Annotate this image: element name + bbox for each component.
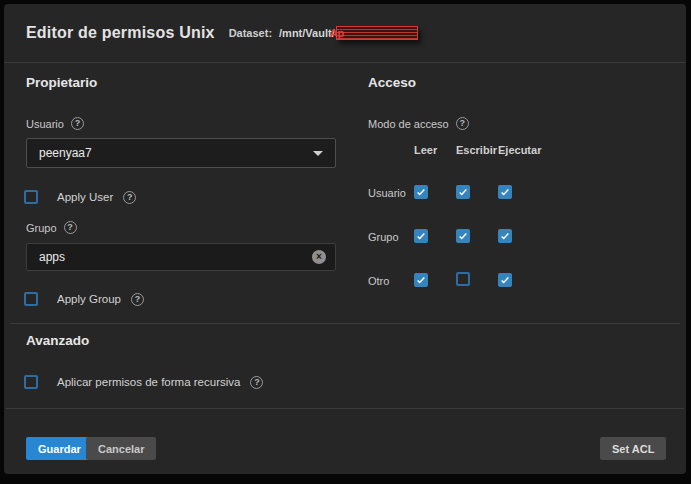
section-divider bbox=[10, 323, 680, 324]
user-execute-checkbox[interactable] bbox=[498, 185, 512, 199]
check-icon bbox=[458, 230, 468, 242]
check-icon bbox=[500, 274, 510, 286]
help-icon[interactable]: ? bbox=[250, 376, 263, 389]
group-read-checkbox[interactable] bbox=[414, 229, 428, 243]
access-mode-text: Modo de acceso bbox=[368, 118, 449, 130]
column-header-write: Escribir bbox=[456, 144, 498, 160]
apply-group-row: Apply Group ? bbox=[24, 292, 144, 306]
dataset-redaction-visible-text: Ap bbox=[330, 27, 345, 39]
row-label-group: Grupo bbox=[368, 231, 414, 243]
clear-icon[interactable]: × bbox=[312, 250, 326, 264]
set-acl-button[interactable]: Set ACL bbox=[600, 437, 666, 460]
cancel-button[interactable]: Cancelar bbox=[86, 437, 156, 460]
matrix-header: Leer Escribir Ejecutar bbox=[414, 144, 540, 160]
recursive-checkbox[interactable] bbox=[24, 375, 38, 389]
user-read-checkbox[interactable] bbox=[414, 185, 428, 199]
group-execute-checkbox[interactable] bbox=[498, 229, 512, 243]
row-label-user: Usuario bbox=[368, 187, 414, 199]
group-field-label: Grupo ? bbox=[26, 221, 77, 234]
help-icon[interactable]: ? bbox=[123, 191, 136, 204]
column-header-read: Leer bbox=[414, 144, 456, 160]
chevron-down-icon bbox=[313, 151, 323, 156]
access-section-heading: Acceso bbox=[368, 75, 416, 90]
access-mode-label: Modo de acceso ? bbox=[368, 117, 469, 130]
dialog-header: Editor de permisos Unix Dataset: /mnt/Va… bbox=[4, 4, 686, 63]
help-icon[interactable]: ? bbox=[64, 221, 77, 234]
check-icon bbox=[500, 186, 510, 198]
group-write-checkbox[interactable] bbox=[456, 229, 470, 243]
help-icon[interactable]: ? bbox=[456, 117, 469, 130]
user-write-checkbox[interactable] bbox=[456, 185, 470, 199]
check-icon bbox=[458, 186, 468, 198]
dataset-path: /mnt/Vault/ bbox=[279, 27, 335, 39]
apply-group-label: Apply Group bbox=[57, 293, 121, 305]
apply-user-row: Apply User ? bbox=[24, 190, 136, 204]
recursive-row: Aplicar permisos de forma recursiva ? bbox=[24, 375, 263, 389]
dataset-label: Dataset: bbox=[229, 27, 272, 39]
dataset-redaction: Ap bbox=[336, 26, 418, 40]
user-field-label: Usuario ? bbox=[26, 117, 84, 130]
page-title: Editor de permisos Unix bbox=[26, 24, 215, 42]
other-read-checkbox[interactable] bbox=[414, 273, 428, 287]
group-input[interactable]: apps × bbox=[26, 243, 336, 271]
apply-group-checkbox[interactable] bbox=[24, 292, 38, 306]
matrix-row-other: Otro bbox=[368, 270, 540, 292]
matrix-row-group: Grupo bbox=[368, 226, 540, 248]
column-header-execute: Ejecutar bbox=[498, 144, 540, 160]
check-icon bbox=[416, 186, 426, 198]
apply-user-checkbox[interactable] bbox=[24, 190, 38, 204]
dataset-info: Dataset: /mnt/Vault/Ap bbox=[229, 26, 418, 40]
owner-section-heading: Propietario bbox=[26, 75, 97, 90]
help-icon[interactable]: ? bbox=[131, 293, 144, 306]
help-icon[interactable]: ? bbox=[71, 117, 84, 130]
user-select-value: peenyaa7 bbox=[39, 146, 92, 160]
other-write-checkbox[interactable] bbox=[456, 272, 470, 286]
group-label-text: Grupo bbox=[26, 222, 57, 234]
check-icon bbox=[500, 230, 510, 242]
user-label-text: Usuario bbox=[26, 118, 64, 130]
recursive-label: Aplicar permisos de forma recursiva bbox=[57, 376, 240, 388]
footer-divider bbox=[6, 408, 684, 409]
row-label-other: Otro bbox=[368, 275, 414, 287]
group-input-value: apps bbox=[39, 250, 65, 264]
advanced-section-heading: Avanzado bbox=[26, 333, 89, 348]
permissions-matrix: Leer Escribir Ejecutar Usuario Grupo Otr… bbox=[368, 144, 540, 292]
other-execute-checkbox[interactable] bbox=[498, 273, 512, 287]
save-button[interactable]: Guardar bbox=[26, 437, 93, 460]
check-icon bbox=[416, 230, 426, 242]
unix-permissions-dialog: Editor de permisos Unix Dataset: /mnt/Va… bbox=[4, 4, 686, 474]
matrix-row-user: Usuario bbox=[368, 182, 540, 204]
check-icon bbox=[416, 274, 426, 286]
apply-user-label: Apply User bbox=[57, 191, 113, 203]
user-select[interactable]: peenyaa7 bbox=[26, 138, 336, 168]
